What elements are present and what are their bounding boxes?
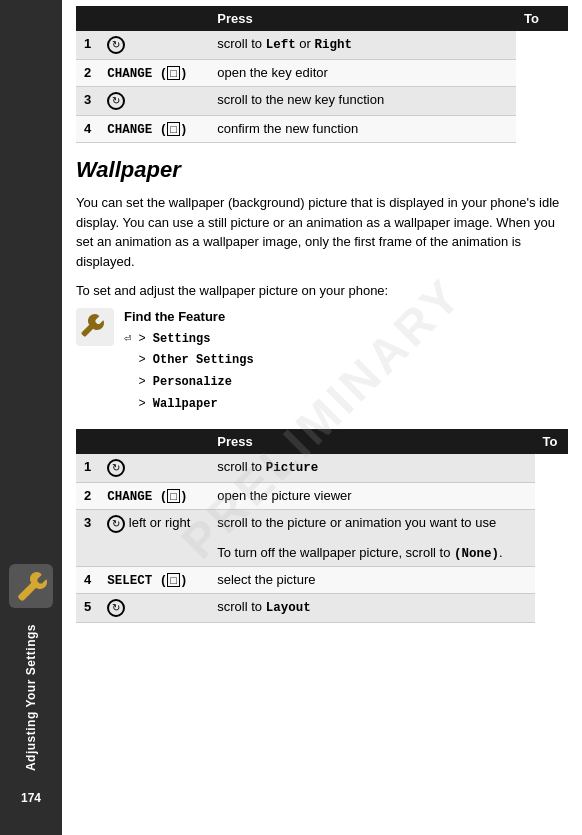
step-b3: 3 — [76, 509, 99, 566]
nav-key-icon: ↻ — [107, 599, 125, 617]
nav-key-icon: ↻ — [107, 515, 125, 533]
table-row: 3 ↻ scroll to the new key function — [76, 87, 568, 116]
to-b4: select the picture — [209, 566, 534, 593]
top-table-to-header: To — [516, 6, 568, 31]
nav-key-icon: ↻ — [107, 92, 125, 110]
section-title: Wallpaper — [76, 157, 568, 183]
bottom-table: Press To 1 ↻ scroll to Picture 2 CHANGE … — [76, 429, 568, 623]
to-b2: open the picture viewer — [209, 482, 534, 509]
top-table-press-header: Press — [209, 6, 516, 31]
nav-key-icon: ↻ — [107, 459, 125, 477]
sidebar: Adjusting Your Settings 174 — [0, 0, 62, 835]
press-3: ↻ — [99, 87, 209, 116]
nav-key-icon: ↻ — [107, 36, 125, 54]
step-b4: 4 — [76, 566, 99, 593]
bottom-table-to-header: To — [535, 429, 568, 454]
step-4: 4 — [76, 116, 99, 143]
top-table-step-header — [76, 6, 209, 31]
find-feature-block: Find the Feature ⏎ > Settings > Other Se… — [76, 306, 568, 415]
bottom-table-press-header: Press — [209, 429, 534, 454]
main-content: PRELIMINARY Press To 1 ↻ scroll to Left … — [62, 0, 582, 835]
sidebar-label: Adjusting Your Settings — [24, 624, 38, 771]
find-feature-path: ⏎ > Settings > Other Settings > Personal… — [124, 332, 254, 411]
table-row: 2 CHANGE (□) open the key editor — [76, 60, 568, 87]
find-feature-label: Find the Feature — [124, 309, 225, 324]
press-1: ↻ — [99, 31, 209, 60]
press-b3: ↻ left or right — [99, 509, 209, 566]
step-2: 2 — [76, 60, 99, 87]
to-b1: scroll to Picture — [209, 454, 534, 483]
table-row: 4 SELECT (□) select the picture — [76, 566, 568, 593]
table-row: 5 ↻ scroll to Layout — [76, 593, 568, 622]
press-b1: ↻ — [99, 454, 209, 483]
to-b3: scroll to the picture or animation you w… — [209, 509, 534, 566]
press-b2: CHANGE (□) — [99, 482, 209, 509]
press-4: CHANGE (□) — [99, 116, 209, 143]
top-table: Press To 1 ↻ scroll to Left or Right 2 C… — [76, 6, 568, 143]
to-4: confirm the new function — [209, 116, 516, 143]
step-b2: 2 — [76, 482, 99, 509]
table-row: 2 CHANGE (□) open the picture viewer — [76, 482, 568, 509]
table-row: 1 ↻ scroll to Picture — [76, 454, 568, 483]
find-feature-icon — [76, 308, 114, 346]
path-line-1: ⏎ > Settings — [124, 332, 210, 346]
to-2: open the key editor — [209, 60, 516, 87]
to-3: scroll to the new key function — [209, 87, 516, 116]
page-number: 174 — [21, 791, 41, 805]
step-b1: 1 — [76, 454, 99, 483]
path-line-2: > Other Settings — [124, 353, 254, 367]
step-3: 3 — [76, 87, 99, 116]
section-intro: To set and adjust the wallpaper picture … — [76, 283, 568, 298]
section-description: You can set the wallpaper (background) p… — [76, 193, 568, 271]
to-1: scroll to Left or Right — [209, 31, 516, 60]
path-line-4: > Wallpaper — [124, 397, 218, 411]
step-b5: 5 — [76, 593, 99, 622]
find-feature-content: Find the Feature ⏎ > Settings > Other Se… — [124, 306, 254, 415]
press-b5: ↻ — [99, 593, 209, 622]
table-row: 3 ↻ left or right scroll to the picture … — [76, 509, 568, 566]
table-row: 1 ↻ scroll to Left or Right — [76, 31, 568, 60]
table-row: 4 CHANGE (□) confirm the new function — [76, 116, 568, 143]
press-b4: SELECT (□) — [99, 566, 209, 593]
to-b5: scroll to Layout — [209, 593, 534, 622]
path-line-3: > Personalize — [124, 375, 232, 389]
wrench-icon — [9, 564, 53, 608]
step-1: 1 — [76, 31, 99, 60]
press-2: CHANGE (□) — [99, 60, 209, 87]
bottom-table-step-header — [76, 429, 209, 454]
